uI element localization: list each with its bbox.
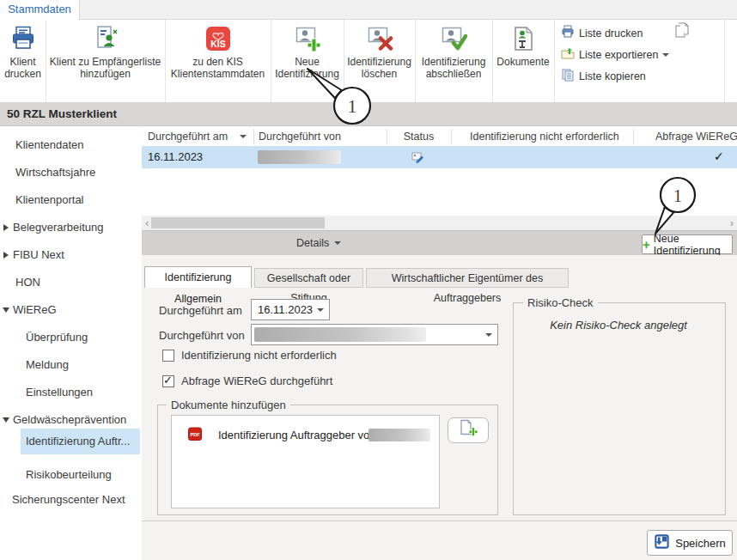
- ribbon-button-label: zu den KIS Klientenstammdaten: [167, 56, 270, 80]
- collapse-arrow-icon[interactable]: [3, 307, 9, 313]
- sidebar-item-sicherungscenter-next[interactable]: Sicherungscenter Next: [12, 490, 125, 509]
- scrollbar-thumb[interactable]: [151, 217, 325, 228]
- svg-text:1: 1: [348, 96, 357, 117]
- ribbon-button-label: Identifizierung abschließen: [416, 56, 491, 80]
- sidebar-item-klientendaten[interactable]: Klientendaten: [15, 136, 84, 155]
- row-date: 16.11.2023: [148, 150, 203, 163]
- document-add-icon: [458, 419, 478, 441]
- scroll-left-icon[interactable]: ‹: [145, 216, 149, 230]
- sidebar-item-ueberpruefung[interactable]: Überprüfung: [26, 328, 88, 347]
- by-label: Durchgeführt von: [159, 325, 245, 346]
- tab-identifizierung-allgemein[interactable]: Identifizierung Allgemein: [144, 266, 252, 288]
- expand-arrow-icon[interactable]: [3, 224, 9, 231]
- liste-exportieren-label: Liste exportieren: [579, 49, 658, 61]
- column-abfrage-wiereg[interactable]: Abfrage WiEReG durchgeführt: [655, 127, 737, 146]
- checkbox-abfrage-wiereg-label: Abfrage WiEReG durchgeführt: [181, 374, 332, 387]
- chevron-down-icon: [317, 308, 324, 312]
- tab-stammdaten[interactable]: Stammdaten: [0, 0, 80, 20]
- callout-step1-ribbon: 1: [301, 63, 382, 133]
- sidebar-item-klientenportal[interactable]: Klientenportal: [15, 191, 84, 210]
- sidebar-item-geldwaeschepraevention[interactable]: Geldwäscheprävention: [13, 411, 126, 429]
- list-actions-group: Liste drucken Liste exportieren Liste ko…: [554, 20, 725, 102]
- risiko-check-group: [513, 302, 726, 515]
- ribbon-button-label: Dokumente: [493, 56, 553, 68]
- checkbox-nicht-erforderlich[interactable]: [162, 350, 174, 362]
- documents-icon: [509, 24, 537, 53]
- scroll-right-icon[interactable]: ›: [730, 216, 734, 230]
- chevron-down-icon: [485, 333, 492, 337]
- expand-arrow-icon[interactable]: [3, 252, 9, 259]
- tab-gesellschaft-oder-stiftung[interactable]: Gesellschaft oder Stiftung: [254, 268, 363, 288]
- tab-wirtschaftlicher-eigentuemer[interactable]: Wirtschaftlicher Eigentümer des Auftragg…: [366, 268, 569, 288]
- checkbox-abfrage-wiereg[interactable]: [162, 375, 174, 387]
- svg-text:KIS: KIS: [210, 39, 226, 49]
- document-item-label[interactable]: Identifizierung Auftraggeber vom: [218, 429, 379, 441]
- liste-drucken-button[interactable]: Liste drucken: [561, 25, 643, 41]
- sidebar-item-wiereg[interactable]: WiEReG: [13, 301, 57, 320]
- row-name-redacted: [258, 150, 341, 164]
- klient-empfaengerliste-button[interactable]: Klient zu Empfängerliste hinzufügen: [46, 20, 166, 102]
- add-document-button[interactable]: [448, 417, 489, 443]
- sidebar-item-fibu-next[interactable]: FIBU Next: [13, 246, 64, 265]
- save-icon: [654, 533, 670, 552]
- chevron-down-icon: [334, 241, 341, 245]
- identification-row[interactable]: 16.11.2023 ✓: [142, 146, 737, 168]
- dokumente-button[interactable]: Dokumente: [492, 20, 555, 102]
- pages-button[interactable]: [673, 21, 691, 42]
- document-person-icon: [92, 24, 119, 53]
- chevron-down-icon: [662, 53, 669, 57]
- column-nicht-erforderlich[interactable]: Identifizierung nicht erforderlich: [470, 127, 633, 146]
- by-combobox[interactable]: [251, 324, 498, 345]
- sidebar-item-wirtschaftsjahre[interactable]: Wirtschaftsjahre: [15, 163, 95, 182]
- column-status[interactable]: Status: [387, 127, 451, 146]
- plus-icon: +: [643, 238, 650, 251]
- printer-icon: [9, 24, 37, 53]
- identifizierung-abschliessen-button[interactable]: Identifizierung abschließen: [415, 20, 493, 102]
- ribbon-button-label: Klient drucken: [1, 56, 46, 80]
- pdf-icon: PDF: [188, 427, 202, 445]
- sidebar-item-meldung[interactable]: Meldung: [26, 356, 69, 374]
- dokumente-group-label: Dokumente hinzufügen: [167, 399, 290, 411]
- liste-exportieren-button[interactable]: Liste exportieren: [561, 46, 669, 63]
- person-delete-icon: [366, 24, 393, 53]
- liste-drucken-label: Liste drucken: [579, 27, 643, 40]
- column-durchgefuehrt-am[interactable]: Durchgeführt am: [148, 127, 247, 146]
- copy-icon: [561, 68, 575, 84]
- folder-export-icon: [561, 46, 575, 63]
- checkmark-icon: ✓: [714, 149, 724, 163]
- klient-drucken-button[interactable]: Klient drucken: [0, 20, 46, 102]
- person-add-icon: [294, 24, 321, 53]
- document-list[interactable]: PDF Identifizierung Auftraggeber vom: [171, 415, 440, 508]
- ribbon-button-label: Klient zu Empfängerliste hinzufügen: [47, 56, 164, 80]
- speichern-label: Speichern: [675, 537, 726, 550]
- sidebar-item-einstellungen[interactable]: Einstellungen: [26, 383, 93, 402]
- footer-divider: [142, 520, 737, 521]
- sidebar-item-belegverarbeitung[interactable]: Belegverarbeitung: [13, 218, 104, 237]
- person-check-icon: [440, 24, 467, 53]
- svg-text:1: 1: [673, 186, 682, 205]
- ribbon-tab-bar: [0, 0, 737, 20]
- collapse-arrow-icon[interactable]: [3, 417, 9, 423]
- sidebar-item-hon[interactable]: HON: [15, 273, 40, 292]
- client-title: 50 RZL Musterklient: [7, 107, 117, 120]
- checkbox-nicht-erforderlich-label: Identifizierung nicht erforderlich: [181, 349, 337, 362]
- speichern-button[interactable]: Speichern: [647, 530, 733, 556]
- details-label: Details: [296, 237, 329, 249]
- sort-arrow-icon[interactable]: [240, 135, 247, 138]
- details-toggle[interactable]: Details: [296, 237, 341, 249]
- sidebar-item-identifizierung-auftraggeber[interactable]: Identifizierung Auftr...: [26, 432, 130, 451]
- identification-table-header: Durchgeführt am Durchgeführt von Status …: [142, 127, 737, 147]
- sidebar-item-risikobeurteilung[interactable]: Risikobeurteilung: [26, 466, 112, 484]
- risiko-check-group-label: Risiko-Check: [523, 296, 598, 309]
- document-item-redacted: [368, 429, 430, 441]
- printer-small-icon: [561, 25, 575, 41]
- risk-empty-text: Kein Risiko-Check angelegt: [513, 319, 724, 332]
- kis-klientenstammdaten-button[interactable]: KIS zu den KIS Klientenstammdaten: [165, 20, 271, 102]
- svg-text:PDF: PDF: [190, 432, 200, 437]
- date-combobox[interactable]: 16.11.2023: [251, 299, 330, 320]
- by-value-redacted: [254, 327, 426, 342]
- status-edit-icon: [411, 150, 424, 167]
- date-value: 16.11.2023: [258, 303, 313, 316]
- app-window: Stammdaten Klient drucken Klient zu Empf…: [0, 0, 737, 560]
- liste-kopieren-button[interactable]: Liste kopieren: [561, 68, 646, 84]
